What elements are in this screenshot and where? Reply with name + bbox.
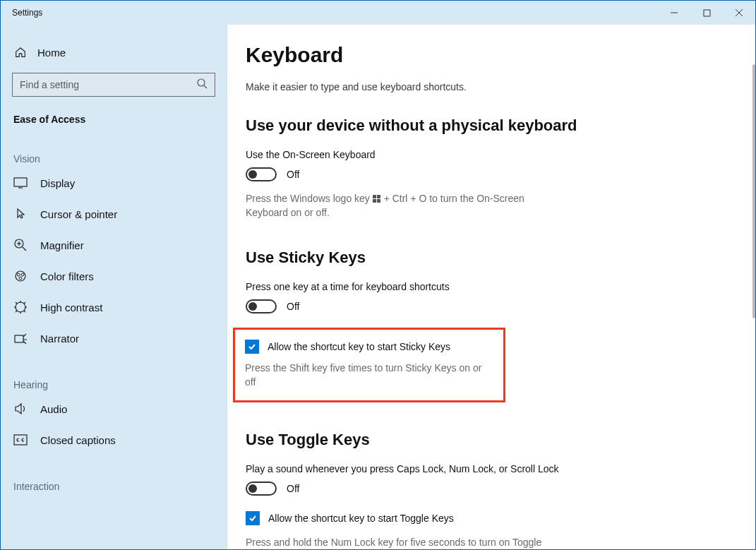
svg-rect-25: [15, 335, 23, 342]
narrator-icon: [13, 331, 28, 345]
svg-line-9: [23, 247, 26, 251]
setting-label-sticky: Press one key at a time for keyboard sho…: [246, 281, 755, 292]
audio-icon: [13, 402, 28, 416]
checkbox-label: Allow the shortcut key to start Sticky K…: [268, 341, 450, 352]
toggle-state: Off: [287, 169, 299, 180]
sidebar-item-label: Display: [40, 177, 75, 189]
section-heading: Use your device without a physical keybo…: [246, 116, 755, 135]
search-input[interactable]: Find a setting: [12, 73, 215, 97]
cursor-icon: [13, 207, 28, 221]
section-heading: Use Sticky Keys: [246, 249, 755, 267]
titlebar: Settings: [1, 1, 755, 25]
sidebar-item-display[interactable]: Display: [12, 167, 215, 198]
home-icon: [13, 45, 28, 59]
page-subtitle: Make it easier to type and use keyboard …: [246, 81, 755, 92]
group-vision: Vision: [12, 153, 215, 165]
maximize-button[interactable]: [690, 1, 723, 25]
minimize-button[interactable]: [658, 1, 690, 25]
magnifier-icon: [13, 238, 28, 252]
section-heading: Use Toggle Keys: [246, 431, 755, 449]
checkbox-sticky-shortcut[interactable]: [245, 340, 259, 354]
sidebar-item-label: Magnifier: [40, 239, 84, 251]
group-hearing: Hearing: [12, 379, 215, 390]
sidebar-item-label: Narrator: [40, 333, 79, 345]
sidebar-item-label: Color filters: [40, 270, 94, 282]
section-sticky-keys: Use Sticky Keys Press one key at a time …: [246, 249, 755, 403]
high-contrast-icon: [13, 300, 28, 314]
sidebar-item-narrator[interactable]: Narrator: [12, 323, 215, 354]
main-content: Keyboard Make it easier to type and use …: [227, 25, 755, 549]
svg-point-16: [16, 302, 25, 312]
sidebar-item-audio[interactable]: Audio: [12, 393, 215, 424]
toggle-state: Off: [287, 301, 299, 312]
svg-point-15: [19, 277, 22, 280]
section-toggle-keys: Use Toggle Keys Play a sound whenever yo…: [246, 431, 755, 549]
sidebar-item-color-filters[interactable]: Color filters: [12, 261, 215, 292]
toggle-state: Off: [287, 483, 299, 494]
window-title: Settings: [1, 8, 42, 18]
category-heading: Ease of Access: [12, 114, 215, 125]
svg-line-5: [204, 85, 207, 88]
setting-label-toggle: Play a sound whenever you press Caps Loc…: [246, 463, 755, 474]
search-icon: [196, 78, 208, 92]
svg-line-21: [16, 302, 17, 304]
color-filters-icon: [13, 269, 28, 283]
section-onscreen-keyboard: Use your device without a physical keybo…: [246, 116, 755, 220]
svg-rect-26: [14, 435, 27, 445]
close-button[interactable]: [723, 1, 755, 25]
display-icon: [13, 176, 28, 190]
svg-rect-1: [704, 10, 710, 16]
windows-logo-icon: [373, 195, 381, 203]
sidebar-item-magnifier[interactable]: Magnifier: [12, 229, 215, 261]
home-link[interactable]: Home: [12, 37, 215, 67]
svg-line-22: [24, 311, 25, 312]
checkbox-label: Allow the shortcut key to start Toggle K…: [268, 513, 454, 524]
window-controls: [658, 1, 755, 25]
svg-line-24: [16, 311, 17, 312]
sidebar-item-label: Closed captions: [40, 434, 116, 446]
toggle-toggle-keys[interactable]: [246, 482, 277, 496]
toggle-sticky-keys[interactable]: [246, 299, 277, 313]
sidebar-item-high-contrast[interactable]: High contrast: [12, 292, 215, 323]
settings-window: Settings Home Find a setting: [0, 0, 756, 550]
main-scroll-region[interactable]: Keyboard Make it easier to type and use …: [227, 25, 755, 549]
svg-rect-6: [14, 178, 27, 186]
search-placeholder: Find a setting: [20, 79, 79, 90]
sidebar-item-cursor[interactable]: Cursor & pointer: [12, 198, 215, 229]
closed-captions-icon: [13, 433, 28, 447]
svg-point-4: [198, 79, 205, 86]
setting-label-osk: Use the On-Screen Keyboard: [246, 149, 755, 160]
sticky-hint: Press the Shift key five times to turn S…: [245, 361, 493, 390]
checkbox-toggle-shortcut[interactable]: [246, 511, 260, 525]
sidebar-item-label: Audio: [40, 403, 67, 415]
sidebar-item-label: High contrast: [40, 301, 102, 313]
svg-point-13: [17, 273, 20, 276]
page-title: Keyboard: [246, 43, 755, 67]
sidebar: Home Find a setting Ease of Access Visio…: [1, 25, 227, 549]
home-label: Home: [37, 47, 66, 59]
group-interaction: Interaction: [12, 481, 215, 492]
sidebar-item-closed-captions[interactable]: Closed captions: [12, 424, 215, 455]
svg-line-23: [24, 302, 25, 304]
highlight-annotation: Allow the shortcut key to start Sticky K…: [233, 328, 505, 403]
toggle-onscreen-keyboard[interactable]: [246, 167, 277, 181]
osk-hint: Press the Windows logo key + Ctrl + O to…: [246, 191, 549, 220]
togglekeys-hint: Press and hold the Num Lock key for five…: [246, 535, 549, 549]
sidebar-item-label: Cursor & pointer: [40, 208, 117, 220]
svg-point-14: [21, 273, 24, 276]
